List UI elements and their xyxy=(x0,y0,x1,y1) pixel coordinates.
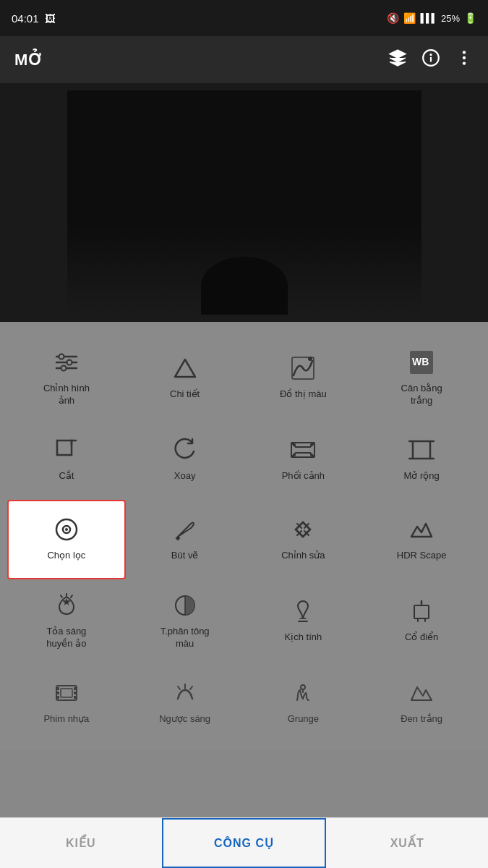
tool-chi-tiet[interactable]: Chi tiết xyxy=(126,336,244,420)
svg-rect-48 xyxy=(56,687,59,690)
svg-line-56 xyxy=(178,686,180,689)
tool-nguoc-sang[interactable]: Ngược sáng xyxy=(126,663,244,743)
tool-label-chi-tiet: Chi tiết xyxy=(170,388,200,401)
tools-area: Chỉnh hìnhảnh Chi tiết Đồ thị màu WB Cân… xyxy=(0,322,488,750)
tool-label-cat: Cắt xyxy=(59,470,74,482)
tool-hdr-scape[interactable]: HDR Scape xyxy=(362,500,481,579)
tool-label-den-trang: Đen trắng xyxy=(401,713,442,726)
tool-label-mo-rong: Mở rộng xyxy=(404,470,440,482)
svg-marker-37 xyxy=(411,524,432,537)
svg-point-14 xyxy=(308,357,312,361)
tool-co-dien[interactable]: Cổ điển xyxy=(362,579,481,663)
tool-phim-nhua[interactable]: Phim nhựa xyxy=(7,663,126,743)
wifi-icon: 📶 xyxy=(403,12,416,24)
svg-point-3 xyxy=(463,51,466,54)
bottom-tab-bar: KIỂU CÔNG CỤ XUẤT xyxy=(0,817,488,868)
tool-tphan-tong-mau[interactable]: T.phân tôngmàu xyxy=(126,579,244,663)
tool-label-but-ve: Bút vẽ xyxy=(171,550,199,562)
tool-label-xoay: Xoay xyxy=(174,470,196,482)
page-title: MỞ xyxy=(14,51,43,69)
svg-rect-49 xyxy=(56,692,59,694)
tool-label-tphan-tong-mau: T.phân tôngmàu xyxy=(160,626,210,650)
tool-label-co-dien: Cổ điển xyxy=(405,631,438,644)
tab-kieu[interactable]: KIỂU xyxy=(0,818,162,868)
tool-label-nguoc-sang: Ngược sáng xyxy=(159,713,210,726)
battery-icon: 🔋 xyxy=(464,12,476,24)
tool-can-bang-trang[interactable]: WB Cân bằngtrắng xyxy=(362,336,481,420)
svg-point-23 xyxy=(293,454,296,456)
tool-phoi-canh[interactable]: Phối cảnh xyxy=(244,420,363,500)
time-display: 04:01 xyxy=(12,12,39,25)
tool-label-toa-sang-huyen-ao: Tỏa sánghuyền ảo xyxy=(46,626,86,650)
svg-point-32 xyxy=(65,528,68,531)
svg-rect-44 xyxy=(414,605,429,618)
top-bar-icons xyxy=(388,48,474,72)
tool-label-chinh-sua: Chỉnh sửa xyxy=(281,550,325,562)
tab-cong-cu[interactable]: CÔNG CỤ xyxy=(162,818,327,868)
tool-label-can-bang-trang: Cân bằngtrắng xyxy=(401,383,442,407)
layers-icon[interactable] xyxy=(388,48,407,72)
image-preview xyxy=(0,83,488,322)
tab-xuat[interactable]: XUẤT xyxy=(326,818,488,868)
svg-rect-47 xyxy=(56,686,77,700)
tool-label-grunge: Grunge xyxy=(288,713,319,726)
svg-text:WB: WB xyxy=(412,356,429,367)
svg-line-57 xyxy=(190,686,192,689)
image-content xyxy=(67,90,421,315)
mute-icon: 🔇 xyxy=(387,12,399,24)
tool-but-ve[interactable]: Bút vẽ xyxy=(126,500,244,579)
tool-toa-sang-huyen-ao[interactable]: Tỏa sánghuyền ảo xyxy=(7,579,126,663)
svg-rect-54 xyxy=(61,689,72,697)
tool-cat[interactable]: Cắt xyxy=(7,420,126,500)
tool-den-trang[interactable]: Đen trắng xyxy=(362,663,481,743)
status-left: 04:01 🖼 xyxy=(12,12,56,25)
status-right: 🔇 📶 ▌▌▌ 25% 🔋 xyxy=(387,12,476,24)
svg-point-9 xyxy=(59,354,64,359)
svg-line-40 xyxy=(61,595,62,597)
tool-label-hdr-scape: HDR Scape xyxy=(397,550,447,562)
svg-rect-50 xyxy=(56,696,59,699)
svg-point-11 xyxy=(61,366,66,371)
svg-marker-12 xyxy=(175,359,195,377)
svg-point-5 xyxy=(463,61,466,64)
svg-marker-60 xyxy=(411,687,432,700)
tool-xoay[interactable]: Xoay xyxy=(126,420,244,500)
info-icon[interactable] xyxy=(421,48,440,72)
tool-chinh-hinh-anh[interactable]: Chỉnh hìnhảnh xyxy=(7,336,126,420)
svg-point-4 xyxy=(463,56,466,59)
tool-label-phoi-canh: Phối cảnh xyxy=(282,470,325,482)
svg-point-10 xyxy=(67,360,72,365)
svg-rect-53 xyxy=(74,696,77,699)
tool-label-do-thi-mau: Đồ thị màu xyxy=(280,388,327,401)
tool-kich-tinh[interactable]: Kịch tính xyxy=(244,579,363,663)
tools-grid: Chỉnh hìnhảnh Chi tiết Đồ thị màu WB Cân… xyxy=(7,336,481,743)
tool-label-chinh-hinh-anh: Chỉnh hìnhảnh xyxy=(43,383,90,407)
status-bar: 04:01 🖼 🔇 📶 ▌▌▌ 25% 🔋 xyxy=(0,0,488,36)
tool-label-chon-loc: Chọn lọc xyxy=(47,550,85,562)
svg-line-39 xyxy=(71,595,72,597)
svg-point-24 xyxy=(310,454,313,456)
signal-icon: ▌▌▌ xyxy=(420,13,437,23)
tool-do-thi-mau[interactable]: Đồ thị màu xyxy=(244,336,363,420)
svg-rect-52 xyxy=(74,692,77,694)
tool-label-kich-tinh: Kịch tính xyxy=(285,631,322,644)
tool-label-phim-nhua: Phim nhựa xyxy=(43,713,89,726)
image-icon: 🖼 xyxy=(45,12,56,25)
image-silhouette xyxy=(201,257,288,315)
svg-point-22 xyxy=(310,443,313,446)
tool-grunge[interactable]: Grunge xyxy=(244,663,363,743)
battery-display: 25% xyxy=(441,13,460,24)
svg-rect-17 xyxy=(57,441,72,455)
tool-chon-loc[interactable]: Chọn lọc xyxy=(7,500,126,579)
more-icon[interactable] xyxy=(455,48,474,72)
top-bar: MỞ xyxy=(0,36,488,83)
tool-chinh-sua[interactable]: Chỉnh sửa xyxy=(244,500,363,579)
tool-mo-rong[interactable]: Mở rộng xyxy=(362,420,481,500)
svg-rect-51 xyxy=(74,687,77,690)
svg-rect-25 xyxy=(413,441,430,459)
svg-point-21 xyxy=(293,443,296,446)
